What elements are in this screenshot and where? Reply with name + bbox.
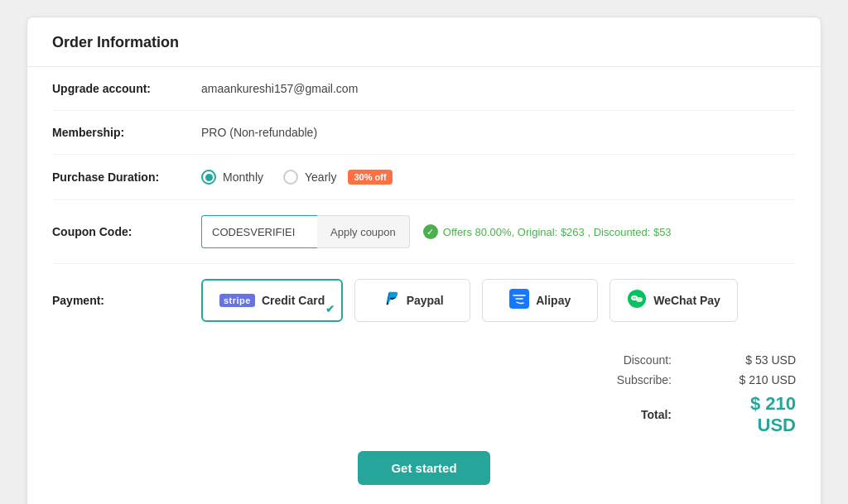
subscribe-row: Subscribe: $ 210 USD [589,373,796,386]
coupon-input[interactable] [201,215,317,248]
svg-point-3 [636,297,643,302]
membership-value: PRO (Non-refundable) [201,126,317,139]
coupon-input-row: Apply coupon ✓ Offers 80.00%, Original: … [201,215,672,248]
apply-coupon-button[interactable]: Apply coupon [317,215,410,248]
total-row: Total: $ 210 USD [589,393,796,436]
upgrade-value: amaankureshi157@gmail.com [201,82,358,95]
total-label: Total: [589,408,672,421]
payment-options: stripe Credit Card ✔ Paypal [201,279,738,322]
credit-card-label: Credit Card [262,294,325,307]
duration-row: Purchase Duration: Monthly Yearly 30% of… [52,155,796,200]
subscribe-label: Subscribe: [589,373,672,386]
discount-row: Discount: $ 53 USD [589,353,796,367]
discount-value: $ 53 USD [721,353,796,367]
paypal-icon [382,290,400,312]
alipay-icon [509,289,529,313]
order-card: Order Information Upgrade account: amaan… [26,17,822,504]
svg-point-5 [634,297,636,299]
summary-section: Discount: $ 53 USD Subscribe: $ 210 USD … [27,337,821,436]
membership-label: Membership: [52,126,201,139]
stripe-badge: stripe [219,294,255,307]
upgrade-label: Upgrade account: [52,82,201,95]
credit-card-button[interactable]: stripe Credit Card ✔ [201,279,343,322]
alipay-label: Alipay [536,294,571,307]
get-started-button[interactable]: Get started [358,451,489,485]
svg-point-4 [633,297,634,299]
upgrade-row: Upgrade account: amaankureshi157@gmail.c… [52,67,796,111]
monthly-option[interactable]: Monthly [201,170,263,185]
card-body: Upgrade account: amaankureshi157@gmail.c… [27,67,821,337]
coupon-label: Coupon Code: [52,225,201,238]
duration-options: Monthly Yearly 30% off [201,170,393,185]
card-header: Order Information [27,17,821,67]
card-title: Order Information [52,34,796,51]
selected-checkmark-icon: ✔ [325,303,335,315]
paypal-button[interactable]: Paypal [354,279,470,322]
yearly-radio[interactable] [283,170,298,185]
subscribe-value: $ 210 USD [721,373,796,386]
duration-label: Purchase Duration: [52,170,201,184]
wechat-icon [627,289,647,313]
coupon-success-msg: ✓ Offers 80.00%, Original: $263 , Discou… [423,224,672,239]
coupon-success-text: Offers 80.00%, Original: $263 , Discount… [443,226,672,238]
monthly-label: Monthly [223,170,263,184]
payment-label: Payment: [52,294,201,307]
yearly-option[interactable]: Yearly 30% off [283,170,393,185]
success-check-icon: ✓ [423,224,438,239]
discount-label: Discount: [589,353,672,367]
alipay-button[interactable]: Alipay [482,279,598,322]
total-value: $ 210 USD [721,393,796,436]
yearly-label: Yearly [305,170,336,184]
coupon-row: Coupon Code: Apply coupon ✓ Offers 80.00… [52,200,796,264]
wechat-label: WeChat Pay [653,294,720,307]
cta-wrap: Get started [27,436,821,485]
monthly-radio[interactable] [201,170,216,185]
paypal-label: Paypal [407,294,444,307]
wechat-button[interactable]: WeChat Pay [610,279,738,322]
discount-badge: 30% off [348,170,392,185]
membership-row: Membership: PRO (Non-refundable) [52,111,796,155]
payment-row: Payment: stripe Credit Card ✔ [52,264,796,337]
